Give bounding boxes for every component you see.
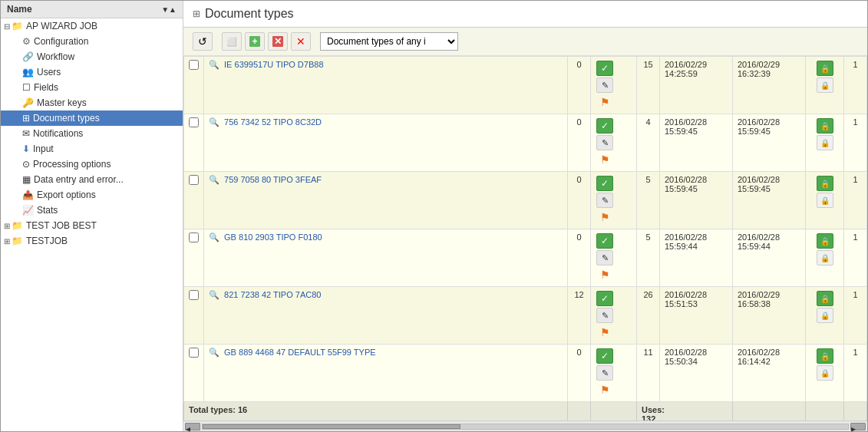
key-icon: 🔑: [22, 97, 34, 108]
sidebar-item-export[interactable]: 📤 Export options: [1, 187, 183, 203]
sidebar-item-label-fields: Fields: [34, 82, 58, 93]
expand-icon-testjob: ⊞: [4, 237, 10, 246]
add-button[interactable]: +: [245, 32, 265, 51]
scroll-left-btn[interactable]: ◂: [185, 423, 200, 430]
row-pages-4: 1: [844, 229, 867, 287]
select-all-button[interactable]: ⬜: [222, 32, 242, 51]
sidebar-item-input[interactable]: ⬇ Input: [1, 141, 183, 157]
lock-green-5[interactable]: 🔒: [817, 291, 833, 306]
doc-link-4[interactable]: GB 810 2903 TIPO F0180: [224, 232, 322, 242]
sidebar-item-notifications[interactable]: ✉ Notifications: [1, 126, 183, 141]
sidebar-item-label-data-entry: Data entry and error...: [34, 174, 124, 185]
lock-green-1[interactable]: 🔒: [817, 61, 833, 76]
processing-icon: ⊙: [22, 159, 30, 170]
sidebar-item-ap-wizard[interactable]: ⊟ 📁 AP WIZARD JOB: [1, 18, 183, 34]
edit-button-6[interactable]: ✎: [596, 365, 613, 381]
sidebar-item-stats[interactable]: 📈 Stats: [1, 203, 183, 218]
approve-button-3[interactable]: ✓: [596, 176, 613, 191]
lock-orange-6[interactable]: 🔒: [817, 365, 833, 381]
flag-button-6[interactable]: ⚑: [596, 382, 613, 397]
row-created-4: 2016/02/2815:59:44: [660, 229, 733, 287]
row-modified-4: 2016/02/2815:59:44: [733, 229, 806, 287]
lock-orange-3[interactable]: 🔒: [817, 193, 833, 208]
sidebar-header: Name ▼▲: [1, 1, 183, 18]
edit-button-5[interactable]: ✎: [596, 308, 613, 323]
checkbox-4[interactable]: [189, 232, 199, 242]
approve-button-6[interactable]: ✓: [596, 348, 613, 364]
lock-green-3[interactable]: 🔒: [817, 176, 833, 191]
flag-button-4[interactable]: ⚑: [596, 267, 613, 282]
document-types-table: 🔍 IE 6399517U TIPO D7B88 0 ✓ ✎ ⚑ 15: [183, 56, 867, 420]
edit-button-1[interactable]: ✎: [596, 77, 613, 93]
approve-button-5[interactable]: ✓: [596, 291, 613, 306]
row-checkbox-1[interactable]: [184, 57, 204, 114]
scrollbar-track[interactable]: [202, 424, 849, 430]
sidebar-item-processing[interactable]: ⊙ Processing options: [1, 157, 183, 172]
lock-orange-1[interactable]: 🔒: [817, 77, 833, 93]
checkbox-6[interactable]: [189, 348, 199, 358]
sidebar-item-users[interactable]: 👥 Users: [1, 64, 183, 80]
flag-button-1[interactable]: ⚑: [596, 94, 613, 110]
table-row: 🔍 759 7058 80 TIPO 3FEAF 0 ✓ ✎ ⚑ 5: [184, 172, 867, 229]
scroll-right-btn[interactable]: ▸: [850, 423, 866, 430]
refresh-button[interactable]: ↺: [193, 32, 213, 51]
sidebar-item-test-job-best[interactable]: ⊞ 📁 TEST JOB BEST: [1, 218, 183, 233]
lock-orange-4[interactable]: 🔒: [817, 250, 833, 265]
flag-button-2[interactable]: ⚑: [596, 152, 613, 167]
lock-orange-5[interactable]: 🔒: [817, 308, 833, 323]
sidebar-item-workflow[interactable]: 🔗 Workflow: [1, 49, 183, 64]
magnifier-icon-3: 🔍: [209, 175, 219, 184]
horizontal-scrollbar[interactable]: ◂ ▸: [183, 420, 867, 431]
flag-button-3[interactable]: ⚑: [596, 209, 613, 225]
checkbox-5[interactable]: [189, 290, 199, 300]
doc-link-5[interactable]: 821 7238 42 TIPO 7AC80: [224, 290, 321, 299]
sidebar-item-data-entry[interactable]: ▦ Data entry and error...: [1, 172, 183, 187]
row-actions-3: ✓ ✎ ⚑: [591, 172, 637, 229]
row-modified-3: 2016/02/2815:59:45: [733, 172, 806, 229]
expand-icon-ap-wizard: ⊟: [4, 22, 10, 31]
doc-link-6[interactable]: GB 889 4468 47 DEFAULT 55F99 TYPE: [224, 348, 376, 357]
lock-green-2[interactable]: 🔒: [817, 118, 833, 134]
cancel-button[interactable]: ✕: [291, 32, 311, 51]
filter-select[interactable]: Document types of any i All document typ…: [320, 32, 458, 51]
sidebar-item-label-processing: Processing options: [33, 159, 111, 170]
sidebar-item-configuration[interactable]: ⚙ Configuration: [1, 34, 183, 49]
doc-link-1[interactable]: IE 6399517U TIPO D7B88: [224, 60, 323, 69]
sidebar-item-label-ap-wizard: AP WIZARD JOB: [26, 21, 97, 31]
sidebar-item-master-keys[interactable]: 🔑 Master keys: [1, 95, 183, 110]
approve-button-2[interactable]: ✓: [596, 118, 613, 134]
table-row: 🔍 IE 6399517U TIPO D7B88 0 ✓ ✎ ⚑ 15: [184, 57, 867, 114]
edit-button-4[interactable]: ✎: [596, 250, 613, 265]
sidebar-item-testjob[interactable]: ⊞ 📁 TESTJOB: [1, 233, 183, 249]
checkbox-1[interactable]: [189, 60, 199, 70]
app-container: Name ▼▲ ⊟ 📁 AP WIZARD JOB ⚙ Configuratio…: [0, 0, 868, 432]
scrollbar-thumb[interactable]: [203, 424, 460, 429]
lock-green-6[interactable]: 🔒: [817, 348, 833, 364]
row-num1-3: 0: [568, 172, 591, 229]
sidebar-item-document-types[interactable]: ⊞ Document types: [1, 110, 183, 126]
lock-green-4[interactable]: 🔒: [817, 233, 833, 249]
delete-button[interactable]: ✕: [268, 32, 288, 51]
lock-orange-2[interactable]: 🔒: [817, 135, 833, 150]
row-name-1: 🔍 IE 6399517U TIPO D7B88: [204, 57, 568, 114]
approve-button-4[interactable]: ✓: [596, 233, 613, 249]
sidebar-sort-icon[interactable]: ▼▲: [161, 5, 177, 14]
row-checkbox-4[interactable]: [184, 229, 204, 287]
sidebar-item-fields[interactable]: ☐ Fields: [1, 80, 183, 95]
table-icon: ▦: [22, 174, 31, 185]
row-checkbox-3[interactable]: [184, 172, 204, 229]
row-count-1: 15: [637, 57, 660, 114]
doc-link-3[interactable]: 759 7058 80 TIPO 3FEAF: [224, 175, 322, 184]
edit-button-2[interactable]: ✎: [596, 135, 613, 150]
row-checkbox-6[interactable]: [184, 345, 204, 402]
row-created-1: 2016/02/2914:25:59: [660, 57, 733, 114]
row-actions-5: ✓ ✎ ⚑: [591, 287, 637, 345]
approve-button-1[interactable]: ✓: [596, 61, 613, 76]
checkbox-3[interactable]: [189, 175, 199, 185]
row-checkbox-2[interactable]: [184, 114, 204, 172]
doc-link-2[interactable]: 756 7342 52 TIPO 8C32D: [224, 117, 322, 127]
edit-button-3[interactable]: ✎: [596, 193, 613, 208]
checkbox-2[interactable]: [189, 117, 199, 127]
row-checkbox-5[interactable]: [184, 287, 204, 345]
flag-button-5[interactable]: ⚑: [596, 325, 613, 340]
